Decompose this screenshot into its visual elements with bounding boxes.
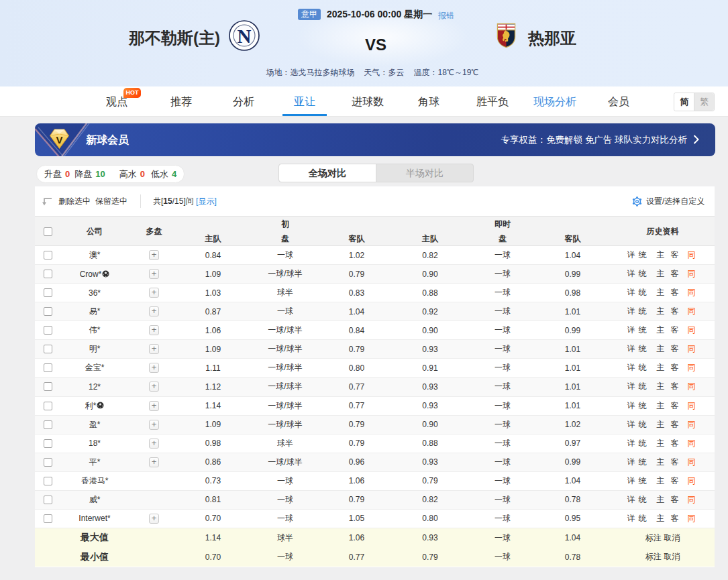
svg-text:V: V bbox=[56, 134, 62, 146]
svg-text:N: N bbox=[238, 25, 252, 47]
